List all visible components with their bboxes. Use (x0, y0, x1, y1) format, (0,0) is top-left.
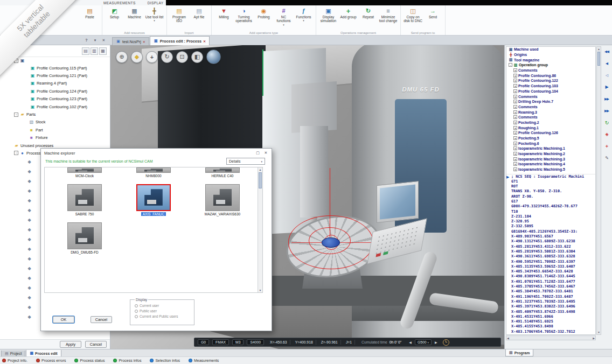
ribbon-button[interactable]: Milling (214, 6, 234, 19)
program-tree-item[interactable]: + Pocketing.5 (506, 136, 595, 141)
close-icon[interactable] (263, 151, 268, 156)
gcode-line[interactable]: T10 (506, 209, 595, 214)
gcode-line[interactable]: Z-332.5095 (506, 224, 595, 229)
process-tree-item[interactable]: Profile Contouring.123 (Part) (0, 95, 110, 103)
gcode-line[interactable]: X-483.1706Y454.7056Z-332.7812 (506, 330, 595, 334)
tree-expander[interactable]: + (513, 100, 517, 103)
ribbon-button[interactable]: Use tool list ▾ (144, 6, 164, 22)
ribbon-button[interactable]: NC functions ▾ (274, 6, 294, 26)
view-sphere-icon[interactable] (206, 50, 221, 64)
prev-offset-icon[interactable] (408, 340, 413, 344)
tree-expander[interactable]: + (513, 157, 517, 161)
tree-node[interactable]: Fixture (0, 134, 110, 142)
machine-item[interactable]: DMG_DMU65-FD (50, 216, 119, 254)
status-item[interactable]: Process infos (113, 359, 141, 362)
tree-expander[interactable]: - (509, 63, 512, 67)
scroll-right-icon[interactable] (593, 337, 595, 340)
gcode-line[interactable]: X-490.5952Y451.7098Z-333.6397 (506, 260, 595, 264)
display-filter-option[interactable]: Public user (135, 309, 194, 313)
detail-view-icon[interactable] (91, 47, 98, 55)
program-tree-item[interactable]: + Profile Contouring.126 (506, 130, 595, 136)
program-tree-item[interactable]: + Roughing.1 (506, 125, 595, 130)
gcode-line[interactable]: X-485.4097Y453.8742Z-333.6498 (506, 310, 595, 314)
program-vertical-scrollbar[interactable] (596, 46, 601, 335)
ribbon-button[interactable]: Program ISO (169, 6, 189, 24)
ribbon-button[interactable]: Functions ▾ (294, 6, 314, 22)
status-item[interactable]: Measurements (189, 359, 219, 362)
next-offset-icon[interactable] (434, 340, 439, 344)
tree-node[interactable]: - Parts (0, 110, 110, 118)
gcode-line[interactable]: X-485.2813Y453.4312-333.622 (506, 244, 595, 249)
section-icon[interactable] (191, 51, 203, 63)
tab-close-icon[interactable] (203, 39, 206, 43)
program-tree-item[interactable]: + Profile Contouring.86 (506, 73, 595, 78)
tree-expander[interactable]: + (513, 162, 517, 166)
program-horizontal-scrollbar[interactable] (506, 335, 596, 340)
status-item[interactable]: Project info. (2, 359, 27, 362)
program-tree-item[interactable]: + Pocketing.2 (506, 120, 595, 125)
program-tree-item[interactable]: + Profile Contouring.104 (506, 89, 595, 94)
program-tree-item[interactable]: Tool magazine (506, 57, 595, 62)
gcode-line[interactable]: TRANS X0. Y-850. Z-310. (506, 189, 595, 194)
program-tree-item[interactable]: + Reaming.3 (506, 109, 595, 115)
process-tree-item[interactable]: Profile Contouring.124 (Part) (0, 87, 110, 95)
tree-expander[interactable]: + (513, 105, 517, 109)
tab-close-icon[interactable] (143, 40, 145, 44)
machine-item[interactable]: SABRE 750 (50, 178, 119, 216)
tree-expander[interactable]: + (513, 121, 517, 124)
machine-item[interactable]: MAZAK_VARIAXIS630 (188, 178, 257, 216)
ribbon-button[interactable]: Repeat (358, 6, 378, 19)
gcode-line[interactable]: X-490.3611Y451.6985Z-333.6328 (506, 254, 595, 259)
program-tree-item[interactable]: + Isoparametric Machining.1 (506, 146, 595, 151)
scroll-down-icon[interactable] (597, 330, 601, 334)
display-filter-option[interactable]: Current and Public users (135, 314, 194, 318)
gcode-line[interactable]: X-491.0701Y451.7128Z-333.6477 (506, 279, 595, 284)
gcode-line[interactable]: Z-231.104 (506, 214, 595, 219)
tree-expander[interactable]: + (513, 142, 517, 145)
gcode-line[interactable]: ; NCS SEQ : Isoparametric Machini (506, 174, 595, 179)
list-view-icon[interactable] (82, 47, 89, 55)
ribbon-tab[interactable]: DISPLAY (148, 1, 164, 5)
ribbon-button[interactable]: Probing (254, 6, 274, 19)
tool-change-icon[interactable] (602, 142, 611, 150)
ribbon-tab[interactable]: MEASUREMENTS (103, 1, 136, 5)
cancel-button[interactable]: Cancel (85, 341, 107, 348)
gcode-line[interactable]: X-485.384Y453.7878Z-333.6481 (506, 289, 595, 294)
tree-expander[interactable]: + (513, 152, 517, 156)
program-tree-item[interactable]: - Operation group (506, 62, 595, 68)
scroll-left-icon[interactable] (507, 337, 509, 340)
ribbon-button[interactable]: Setup (105, 6, 124, 19)
ribbon-button[interactable]: Add group (338, 6, 358, 19)
program-tree-item[interactable]: + Profile Contouring.103 (506, 83, 595, 89)
gcode-line[interactable]: X-490.1312Y451.6809Z-333.6238 (506, 239, 595, 244)
program-tree-item[interactable]: + Isoparametric Machining.2 (506, 151, 595, 157)
gcode-line[interactable]: X-491.5148Y451.6925 (506, 319, 595, 324)
skip-start-icon[interactable] (602, 47, 611, 55)
program-tree-item[interactable]: Machine used (506, 47, 595, 52)
gcode-line[interactable]: X-485.2819Y453.5081Z-333.6304 (506, 249, 595, 254)
gcode-line[interactable]: X-485.3135Y453.5965Z-333.6407 (506, 264, 595, 269)
program-tree-item[interactable]: + Profile Contouring.122 (506, 78, 595, 83)
tree-expander[interactable]: + (513, 131, 517, 135)
machine-item[interactable]: NHM8000 (119, 167, 188, 178)
scroll-down-icon[interactable] (258, 288, 262, 292)
process-tree-item[interactable]: Profile Contouring.121 (Part) (0, 72, 110, 79)
gcode-line[interactable]: X-491.3237Y451.7039Z-333.6495 (506, 299, 595, 304)
process-tree-item[interactable]: Profile Contouring.115 (Part) (0, 64, 110, 72)
machine-item[interactable]: MCM-Clock (50, 167, 119, 178)
scroll-up-icon[interactable] (597, 47, 601, 51)
gcode-line[interactable]: X-491.4531Y451.6966 (506, 314, 595, 319)
status-item[interactable]: Selection infos (150, 359, 180, 362)
dropdown-icon[interactable] (93, 38, 98, 43)
ribbon-button[interactable]: Paste (80, 6, 100, 19)
skip-end-icon[interactable] (602, 107, 611, 115)
gcode-line[interactable]: X-485.343Y453.6654Z-333.6428 (506, 269, 595, 274)
status-item[interactable]: Process status (74, 359, 105, 362)
tree-expander[interactable]: + (513, 136, 517, 140)
play-icon[interactable] (602, 83, 611, 91)
fast-back-icon[interactable] (602, 59, 611, 67)
scrollbar-thumb[interactable] (259, 172, 262, 188)
gcode-line[interactable]: X-485.3971Y453.8302Z-333.6496 (506, 304, 595, 309)
bottom-tab-program[interactable]: Program (505, 349, 533, 356)
tree-expander[interactable]: - (14, 151, 18, 155)
